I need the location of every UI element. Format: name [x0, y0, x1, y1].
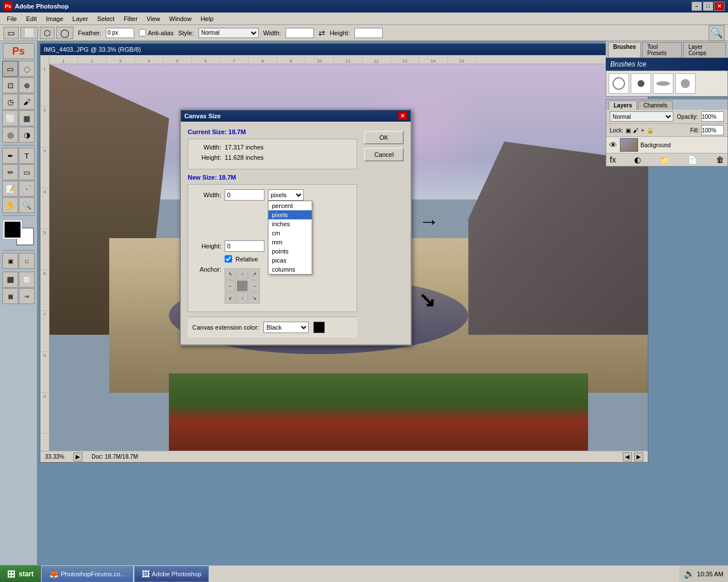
taskbar-photoshop[interactable]: 🖼 Adobe Photoshop — [134, 566, 209, 582]
clone-tool[interactable]: ◷ — [2, 94, 18, 110]
lasso-tool[interactable]: ◌ — [19, 61, 35, 77]
menu-window[interactable]: Window — [165, 14, 196, 23]
anchor-ml[interactable]: ← — [225, 280, 236, 292]
lock-transparent-btn[interactable]: ▣ — [626, 127, 631, 134]
marquee-tool-options-2[interactable]: ⬜ — [20, 27, 38, 39]
volume-icon[interactable]: 🔊 — [684, 568, 695, 579]
screen-mode-standard[interactable]: ⬛ — [2, 272, 18, 288]
heal-tool[interactable]: ⊕ — [19, 77, 35, 93]
anchor-br[interactable]: ↘ — [249, 292, 260, 304]
unit-option-points[interactable]: points — [268, 247, 312, 256]
crop-tool[interactable]: ⊡ — [2, 77, 18, 93]
unit-option-percent[interactable]: percent — [268, 201, 312, 210]
shape-tool[interactable]: ▭ — [19, 164, 35, 180]
menu-select[interactable]: Select — [93, 14, 119, 23]
antialias-checkbox[interactable] — [139, 29, 146, 36]
minimize-button[interactable]: − — [692, 2, 702, 11]
opacity-input[interactable] — [701, 111, 724, 122]
gradient-tool[interactable]: ▦ — [19, 110, 35, 126]
relative-checkbox[interactable] — [225, 255, 232, 263]
text-tool[interactable]: T — [19, 148, 35, 164]
add-style-btn[interactable]: fx — [610, 155, 616, 164]
brushes-tab[interactable]: Brushes — [608, 42, 641, 57]
anchor-bc[interactable]: ↓ — [237, 292, 248, 304]
marquee-tool[interactable]: ▭ — [2, 61, 18, 77]
new-layer-btn[interactable]: 📄 — [688, 155, 697, 164]
blur-tool[interactable]: ◎ — [2, 127, 18, 143]
width-input[interactable] — [286, 28, 314, 38]
screen-mode-full1[interactable]: ⬜ — [19, 272, 35, 288]
marquee-tool-options-4[interactable]: ◯ — [56, 27, 73, 39]
new-height-input[interactable] — [225, 240, 264, 252]
channels-tab[interactable]: Channels — [638, 101, 672, 110]
unit-option-mm[interactable]: mm — [268, 238, 312, 247]
anchor-mc[interactable]: · — [237, 280, 248, 292]
anchor-tr[interactable]: ↗ — [249, 268, 260, 280]
close-button[interactable]: ✕ — [714, 2, 725, 11]
unit-option-columns[interactable]: columns — [268, 265, 312, 274]
delete-layer-btn[interactable]: 🗑 — [716, 155, 724, 164]
brush-item[interactable] — [675, 73, 696, 94]
brush-item[interactable] — [631, 73, 651, 94]
layers-tab[interactable]: Layers — [609, 101, 637, 110]
marquee-tool-options-3[interactable]: ⬡ — [40, 27, 55, 39]
new-width-input[interactable] — [225, 189, 264, 201]
ok-button[interactable]: OK — [364, 131, 404, 144]
brush-item[interactable] — [609, 73, 629, 94]
menu-edit[interactable]: Edit — [22, 14, 42, 23]
layer-visibility-icon[interactable]: 👁 — [609, 140, 618, 149]
ext-color-select[interactable]: Black White Gray Background Foreground O… — [263, 322, 309, 333]
height-input[interactable] — [354, 28, 383, 38]
anchor-tl[interactable]: ↖ — [225, 268, 236, 280]
cancel-button[interactable]: Cancel — [364, 148, 404, 161]
taskbar-firefox[interactable]: 🦊 PhotoshopForums.co... — [42, 566, 133, 582]
screen-mode-full2[interactable]: ▦ — [2, 288, 18, 304]
zoom-tool-btn[interactable]: 🔍 — [709, 25, 725, 41]
notes-tool[interactable]: 📝 — [2, 181, 18, 197]
unit-option-inches[interactable]: inches — [268, 219, 312, 228]
unit-select[interactable]: inches percent pixels cm mm points picas… — [268, 189, 304, 201]
feather-input[interactable] — [106, 28, 134, 38]
brush-item[interactable] — [653, 73, 673, 94]
maximize-button[interactable]: □ — [703, 2, 713, 11]
fill-input[interactable] — [701, 125, 724, 135]
start-button[interactable]: ⊞ start — [0, 566, 41, 583]
foreground-color[interactable] — [3, 221, 22, 239]
layer-comps-tab[interactable]: Layer Comps — [683, 42, 726, 57]
anchor-mr[interactable]: → — [249, 280, 260, 292]
quick-mask-btn[interactable]: ▣ — [2, 253, 18, 269]
anchor-bl[interactable]: ↙ — [225, 292, 236, 304]
lock-paint-btn[interactable]: 🖌 — [633, 127, 639, 134]
swap-icon[interactable]: ⇄ — [318, 28, 325, 38]
jump-to-ir[interactable]: ⇒ — [19, 288, 35, 304]
scroll-right-btn[interactable]: ▶ — [634, 452, 643, 462]
menu-image[interactable]: Image — [42, 14, 68, 23]
layer-item[interactable]: 👁 Background — [606, 137, 727, 153]
dialog-close-button[interactable]: ✕ — [398, 112, 407, 120]
eraser-tool[interactable]: ⬜ — [2, 110, 18, 126]
menu-view[interactable]: View — [142, 14, 165, 23]
menu-file[interactable]: File — [2, 14, 22, 23]
blend-mode-select[interactable]: Normal — [610, 111, 673, 122]
zoom-tool[interactable]: 🔍 — [19, 197, 35, 213]
eyedrop-tool[interactable]: 💉 — [19, 181, 35, 197]
add-mask-btn[interactable]: ◐ — [634, 155, 641, 164]
lock-all-btn[interactable]: 🔒 — [647, 127, 653, 134]
path-tool[interactable]: ✒ — [2, 148, 18, 164]
standard-mode-btn[interactable]: □ — [19, 253, 35, 269]
unit-option-cm[interactable]: cm — [268, 228, 312, 238]
scroll-left-btn[interactable]: ◀ — [623, 452, 632, 462]
brush-tool[interactable]: 🖌 — [19, 94, 35, 110]
ext-color-swatch[interactable] — [313, 322, 325, 333]
style-select[interactable]: Normal Fixed Aspect Ratio Fixed Size — [198, 28, 259, 38]
dodge-tool[interactable]: ◑ — [19, 127, 35, 143]
hand-tool[interactable]: ✋ — [2, 197, 18, 213]
anchor-tc[interactable]: ↑ — [237, 268, 248, 280]
menu-filter[interactable]: Filter — [119, 14, 142, 23]
zoom-indicator-btn[interactable]: ▶ — [73, 452, 82, 462]
pen-tool[interactable]: ✏ — [2, 164, 18, 180]
unit-option-picas[interactable]: picas — [268, 256, 312, 265]
tool-presets-tab[interactable]: Tool Presets — [642, 42, 682, 57]
lock-position-btn[interactable]: + — [641, 127, 644, 134]
marquee-tool-options-1[interactable]: ▭ — [3, 27, 19, 39]
